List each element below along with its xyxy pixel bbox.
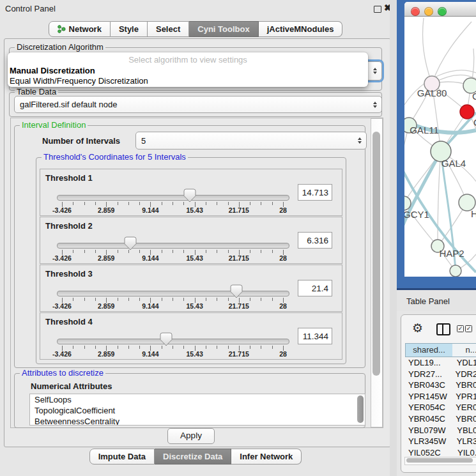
table-row[interactable]: YLR345WYLR3... xyxy=(405,436,476,447)
table-rows[interactable]: YDL19...YDL1...YDR27...YDR2...YBR043CYBR… xyxy=(405,357,476,456)
numerical-attributes-label: Numerical Attributes xyxy=(31,381,112,391)
threshold-box-1: Threshold 1-3.4262.8599.14415.4321.71528… xyxy=(40,169,342,216)
float-window-icon[interactable] xyxy=(374,6,381,13)
combo-arrows-icon xyxy=(358,137,362,144)
slider-tick-label: -3.426 xyxy=(52,254,72,262)
combo-arrows-icon xyxy=(373,102,377,108)
cell-name: YER0... xyxy=(451,402,476,413)
tab-cyni-toolbox[interactable]: Cyni Toolbox xyxy=(189,21,258,37)
threshold-value-field[interactable]: 11.344 xyxy=(298,328,332,344)
slider-handle[interactable] xyxy=(160,332,173,348)
tab-label: Select xyxy=(156,22,180,36)
window-zoom-button[interactable] xyxy=(438,7,447,16)
slider-tick-label: 28 xyxy=(279,206,287,214)
table-row[interactable]: YER054CYER0... xyxy=(405,402,476,413)
slider-track[interactable] xyxy=(57,291,289,296)
bottom-tab-discretize-data[interactable]: Discretize Data xyxy=(155,449,231,464)
table-row[interactable]: YDL19...YDL1... xyxy=(405,357,476,369)
threshold-value-field[interactable]: 14.713 xyxy=(298,184,332,201)
slider-handle[interactable] xyxy=(183,188,196,204)
tab-select[interactable]: Select xyxy=(148,21,189,37)
slider-tick xyxy=(206,250,206,253)
tab-style[interactable]: Style xyxy=(111,21,148,37)
network-window: GAL80G.CGAL11GAL4GCY1HHAP2 xyxy=(404,2,476,277)
cell-shared-name: YDR27... xyxy=(405,369,450,380)
attribute-item-betweennesscentrality[interactable]: BetweennessCentrality xyxy=(30,416,365,426)
bottom-tab-infer-network[interactable]: Infer Network xyxy=(231,449,302,464)
window-minimize-button[interactable] xyxy=(424,7,433,16)
slider-handle[interactable] xyxy=(230,284,243,300)
table-row[interactable]: YBL079WYBL0... xyxy=(405,425,476,436)
checkbox-icon[interactable]: ✓ xyxy=(457,325,464,332)
slider-track[interactable] xyxy=(57,195,289,201)
list-scrollbar-thumb[interactable] xyxy=(357,395,364,423)
slider-tick xyxy=(73,298,73,301)
threshold-value-field[interactable]: 21.4 xyxy=(298,280,332,296)
slider-tick xyxy=(95,202,96,205)
network-canvas[interactable]: GAL80G.CGAL11GAL4GCY1HHAP2 xyxy=(404,17,476,277)
slider-track[interactable] xyxy=(57,339,289,344)
cell-name: YBL0... xyxy=(452,425,476,436)
network-view-frame[interactable]: GAL80G.CGAL11GAL4GCY1HHAP2 xyxy=(397,0,476,290)
table-row[interactable]: YDR27...YDR2... xyxy=(405,369,476,380)
slider-tick xyxy=(128,298,129,301)
attribute-item-selfloops[interactable]: SelfLoops xyxy=(30,394,365,405)
tab-network[interactable]: Network xyxy=(49,21,111,37)
bottom-tab-impute-data[interactable]: Impute Data xyxy=(89,449,155,464)
slider-tick xyxy=(272,202,273,205)
column-split-icon[interactable] xyxy=(436,323,450,335)
slider-tick xyxy=(217,298,217,301)
threshold-box-2: Threshold 2-3.4262.8599.14415.4321.71528… xyxy=(40,217,342,264)
cyni-bottom-tabbar: Impute DataDiscretize DataInfer Network xyxy=(0,449,391,464)
slider-tick xyxy=(228,250,229,253)
table-row[interactable]: YIL052CYIL0... xyxy=(405,447,476,456)
window-close-button[interactable] xyxy=(411,7,420,16)
horizontal-scrollbar-thumb[interactable] xyxy=(406,458,473,463)
column-header-name[interactable]: n... xyxy=(452,343,476,357)
cell-name: YDL1... xyxy=(452,357,476,369)
tab-jactivemnodules[interactable]: jActiveMNodules xyxy=(259,21,343,37)
algorithm-option-equal-width[interactable]: Equal Width/Frequency Discretization xyxy=(10,76,148,86)
tab-label: Style xyxy=(119,22,139,36)
network-edge[interactable] xyxy=(423,18,432,84)
network-node[interactable] xyxy=(460,105,474,119)
interval-definition-title: Interval Definition xyxy=(20,120,88,130)
discretization-algorithm-title: Discretization Algorithm xyxy=(15,42,105,52)
slider-tick-label: 9.144 xyxy=(142,206,158,214)
slider-tick-label: 28 xyxy=(279,254,287,262)
slider-tick xyxy=(84,202,85,205)
slider-tick xyxy=(162,298,162,301)
slider-tick-label: -3.426 xyxy=(52,206,72,214)
attribute-item-topologicalcoefficient[interactable]: TopologicalCoefficient xyxy=(30,405,365,416)
table-data-value: galFiltered.sif default node xyxy=(20,100,117,109)
number-of-intervals-combobox[interactable]: 5 xyxy=(135,132,367,150)
slider-tick-label: 9.144 xyxy=(142,302,158,310)
slider-tick xyxy=(84,346,85,349)
network-edge[interactable] xyxy=(432,22,472,84)
horizontal-scrollbar[interactable] xyxy=(404,457,476,465)
gear-icon[interactable]: ⚙ xyxy=(412,321,423,335)
slider-track[interactable] xyxy=(57,243,289,249)
slider-tick-label: 15.43 xyxy=(186,302,203,310)
table-row[interactable]: YBR045CYBR0... xyxy=(405,413,476,425)
number-of-intervals-label: Number of Intervals xyxy=(42,136,120,146)
algorithm-option-manual[interactable]: Manual Discretization xyxy=(10,66,95,75)
vertical-scrollbar[interactable] xyxy=(371,118,383,427)
checkbox-icon[interactable]: ✓ xyxy=(465,325,472,332)
apply-button[interactable]: Apply xyxy=(167,428,215,444)
slider-handle[interactable] xyxy=(124,236,137,252)
numerical-attributes-list[interactable]: SelfLoopsTopologicalCoefficientBetweenne… xyxy=(29,394,365,426)
panel-splitter[interactable] xyxy=(390,0,397,476)
node-label-g-: G. xyxy=(472,91,476,102)
slider-tick xyxy=(128,202,129,205)
threshold-value-field[interactable]: 6.316 xyxy=(298,232,332,249)
control-panel-titlebar: Control Panel ✖ xyxy=(0,0,391,17)
network-node[interactable] xyxy=(450,265,461,277)
table-row[interactable]: YBR043CYBR0... xyxy=(405,380,476,391)
algorithm-placeholder-option[interactable]: Select algorithm to view settings xyxy=(8,55,368,65)
table-data-combobox[interactable]: galFiltered.sif default node xyxy=(14,96,382,113)
vertical-scrollbar-thumb[interactable] xyxy=(372,132,380,376)
table-row[interactable]: YPR145WYPR1... xyxy=(405,391,476,403)
cell-shared-name: YBL079W xyxy=(405,425,452,436)
column-header-shared[interactable]: shared... xyxy=(405,343,453,357)
